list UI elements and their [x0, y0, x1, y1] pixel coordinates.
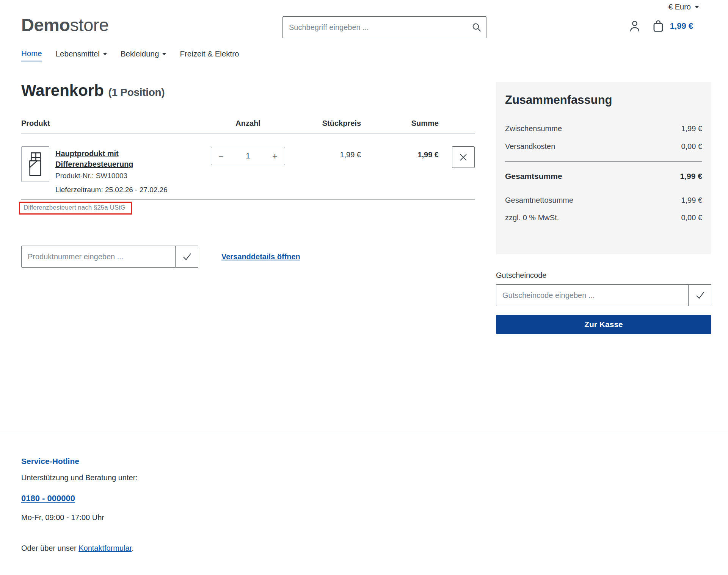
tax-note-annotation: Differenzbesteuert nach §25a UStG: [19, 202, 132, 215]
tax-note-text: Differenzbesteuert nach §25a UStG: [24, 204, 126, 211]
main-content: Warenkorb (1 Position) Produkt Anzahl St…: [0, 82, 728, 385]
footer: Service-Hotline Unterstützung und Beratu…: [0, 433, 728, 568]
shipping-details-link[interactable]: Versanddetails öffnen: [221, 252, 300, 261]
summary-title: Zusammenfassung: [505, 93, 702, 107]
logo-text-light: store: [70, 15, 109, 35]
currency-label: € Euro: [668, 3, 691, 11]
cart-item-count: (1 Position): [108, 86, 165, 98]
search-input[interactable]: [282, 16, 486, 38]
cart-section: Warenkorb (1 Position) Produkt Anzahl St…: [21, 82, 475, 268]
order-summary-section: Zusammenfassung Zwischensumme 1,99 € Ver…: [496, 82, 711, 334]
summary-row-subtotal: Zwischensumme 1,99 €: [505, 124, 702, 133]
cart-total: 1,99 €: [670, 21, 693, 31]
column-product: Produkt: [21, 119, 211, 128]
store-logo[interactable]: Demostore: [21, 16, 109, 34]
summary-panel: Zusammenfassung Zwischensumme 1,99 € Ver…: [496, 82, 711, 254]
voucher-label: Gutscheincode: [496, 271, 711, 280]
add-product-button[interactable]: [175, 246, 198, 268]
page-title: Warenkorb (1 Position): [21, 82, 475, 99]
contact-form-link[interactable]: Kontaktformular: [78, 544, 132, 552]
action-cell: [439, 146, 475, 194]
product-number-form: [21, 246, 198, 268]
delivery-range: Lieferzeitraum: 25.02.26 - 27.02.26: [55, 186, 168, 194]
row-divider: [21, 199, 475, 200]
chevron-down-icon: [103, 53, 107, 55]
product-cell: Hauptprodukt mit Differenzbesteuerung Pr…: [21, 146, 211, 194]
chevron-down-icon: [695, 6, 699, 8]
unit-price: 1,99 €: [285, 146, 361, 194]
product-info: Hauptprodukt mit Differenzbesteuerung Pr…: [55, 146, 168, 194]
summary-row-vat: zzgl. 0 % MwSt. 0,00 €: [505, 213, 702, 222]
header: Demostore: [0, 11, 728, 45]
column-unit-price: Stückpreis: [285, 119, 361, 128]
hotline-hours: Mo-Fr, 09:00 - 17:00 Uhr: [21, 513, 707, 522]
column-quantity: Anzahl: [211, 119, 285, 128]
voucher-form: [496, 284, 711, 306]
product-number: Produkt-Nr.: SW10003: [55, 172, 168, 180]
product-name-link[interactable]: Hauptprodukt mit Differenzbesteuerung: [55, 149, 138, 169]
search-icon[interactable]: [471, 22, 482, 33]
summary-row-grand-total: Gesamtsumme 1,99 €: [505, 172, 702, 181]
hotline-title: Service-Hotline: [21, 457, 707, 466]
top-bar: € Euro: [0, 0, 728, 11]
nav-item-freizeit-elektro[interactable]: Freizeit & Elektro: [180, 49, 239, 61]
quantity-stepper: − 1 +: [211, 147, 285, 165]
checkmark-icon: [181, 251, 193, 262]
summary-row-net-total: Gesamtnettosumme 1,99 €: [505, 196, 702, 205]
product-thumbnail[interactable]: [21, 146, 49, 182]
cart-line-item: Hauptprodukt mit Differenzbesteuerung Pr…: [21, 133, 475, 194]
currency-selector[interactable]: € Euro: [668, 3, 699, 11]
shopping-bag-icon: [651, 19, 665, 33]
quantity-decrease-button[interactable]: −: [211, 151, 231, 161]
storefront-page: € Euro Demostore: [0, 0, 728, 568]
contact-line: Oder über unser Kontaktformular.: [21, 544, 707, 553]
main-navigation: Home Lebensmittel Bekleidung Freizeit & …: [0, 49, 728, 61]
summary-divider: [505, 161, 702, 162]
cart-table-header: Produkt Anzahl Stückpreis Summe: [21, 119, 475, 133]
nav-item-lebensmittel[interactable]: Lebensmittel: [56, 49, 107, 61]
checkout-button[interactable]: Zur Kasse: [496, 315, 711, 334]
cart-actions: Versanddetails öffnen: [21, 246, 475, 268]
chevron-down-icon: [162, 53, 166, 55]
hotline-text: Unterstützung und Beratung unter:: [21, 473, 707, 482]
checkmark-icon: [694, 290, 706, 301]
hotline-phone-link[interactable]: 0180 - 000000: [21, 494, 75, 503]
product-number-input[interactable]: [21, 246, 176, 268]
summary-row-shipping: Versandkosten 0,00 €: [505, 142, 702, 151]
chocolate-bar-icon: [27, 152, 44, 177]
nav-item-home[interactable]: Home: [21, 49, 42, 61]
account-icon[interactable]: [628, 20, 641, 33]
nav-item-bekleidung[interactable]: Bekleidung: [121, 49, 166, 61]
cart-button[interactable]: 1,99 €: [651, 19, 693, 33]
quantity-increase-button[interactable]: +: [265, 151, 285, 161]
logo-text-bold: Demo: [21, 15, 70, 35]
line-total: 1,99 €: [361, 146, 439, 194]
remove-item-button[interactable]: [452, 146, 475, 168]
voucher-code-input[interactable]: [496, 284, 689, 306]
quantity-value[interactable]: 1: [231, 152, 265, 160]
header-actions: 1,99 €: [628, 19, 693, 33]
search-form: [282, 16, 486, 38]
quantity-cell: − 1 +: [211, 146, 285, 194]
x-mark-icon: [458, 152, 469, 163]
apply-voucher-button[interactable]: [688, 284, 711, 306]
column-total: Summe: [361, 119, 439, 128]
